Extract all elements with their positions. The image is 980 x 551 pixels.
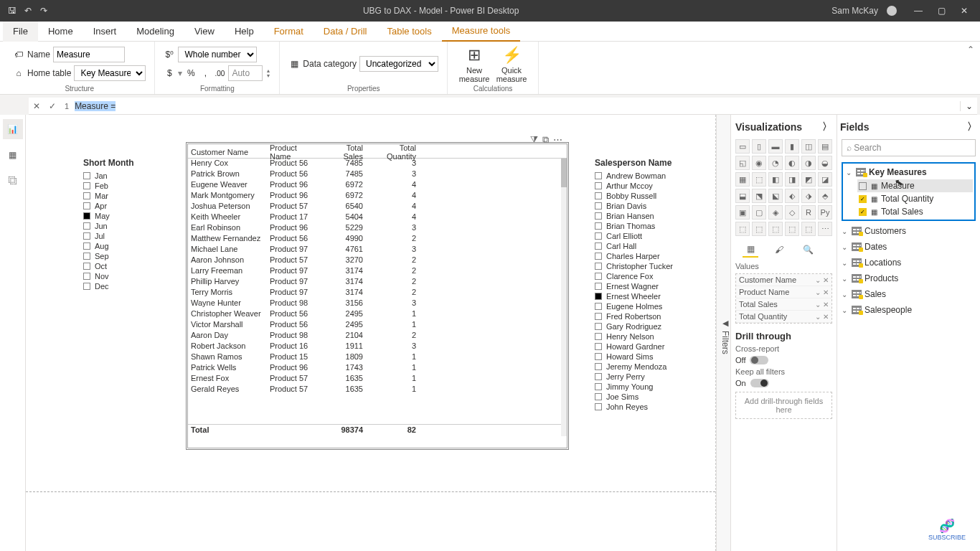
table-row[interactable]: Aaron JohnsonProduct 5732702 [188, 255, 567, 266]
chevron-down-icon[interactable]: ⌄ [815, 301, 821, 309]
salesperson-option[interactable]: Eugene Holmes [595, 301, 706, 311]
analytics-tab-icon[interactable]: 🔍 [800, 242, 816, 258]
format-select[interactable]: Whole number [178, 47, 257, 62]
viz-type-icon[interactable]: ⬓ [735, 189, 750, 203]
tab-help[interactable]: Help [225, 22, 264, 42]
viz-type-icon[interactable]: ▮ [785, 139, 799, 154]
field-table[interactable]: ⌄Dates [840, 240, 977, 254]
visual-focus-icon[interactable]: ⧉ [542, 134, 549, 146]
table-row[interactable]: Wayne HunterProduct 9831563 [188, 298, 567, 309]
viz-type-icon[interactable]: ◪ [818, 172, 832, 187]
new-measure-button[interactable]: ⊞ New measure [456, 44, 492, 83]
viz-type-icon[interactable]: ▬ [768, 139, 783, 154]
viz-type-icon[interactable]: ◨ [785, 172, 799, 187]
salesperson-option[interactable]: Jerry Perry [595, 372, 706, 382]
chevron-down-icon[interactable]: ⌄ [815, 313, 821, 321]
salesperson-option[interactable]: Bobby Russell [595, 191, 706, 201]
format-tab-icon[interactable]: 🖌 [771, 242, 787, 258]
field-item[interactable]: ✓▦Total Sales [857, 205, 973, 218]
table-row[interactable]: Keith WheelerProduct 1754044 [188, 212, 567, 223]
viz-type-icon[interactable]: ▤ [818, 139, 832, 154]
month-option[interactable]: Jul [83, 231, 169, 241]
chevron-down-icon[interactable]: ⌄ [815, 288, 821, 296]
table-row[interactable]: Larry FreemanProduct 9731742 [188, 266, 567, 277]
viz-type-icon[interactable]: ◒ [818, 156, 832, 170]
values-well[interactable]: Customer Name⌄✕Product Name⌄✕Total Sales… [735, 273, 832, 324]
month-option[interactable]: Oct [83, 261, 169, 271]
report-view-icon[interactable]: 📊 [3, 119, 23, 139]
table-row[interactable]: Christopher WeaverProduct 5624951 [188, 309, 567, 320]
table-row[interactable]: Patrick WellsProduct 9617431 [188, 363, 567, 374]
salesperson-option[interactable]: Jeremy Mendoza [595, 362, 706, 372]
salesperson-option[interactable]: Joe Sims [595, 392, 706, 402]
salesperson-option[interactable]: Howard Gardner [595, 342, 706, 352]
viz-type-icon[interactable]: ⬗ [801, 189, 816, 203]
data-view-icon[interactable]: ▦ [3, 145, 23, 165]
fields-search[interactable]: ⌕ Search [842, 139, 976, 156]
table-row[interactable]: Ernest FoxProduct 5716351 [188, 374, 567, 385]
field-table[interactable]: ⌄Sales [840, 287, 977, 301]
table-row[interactable]: Phillip HarveyProduct 9731742 [188, 277, 567, 288]
fields-collapse-icon[interactable]: 〉 [967, 121, 977, 133]
salesperson-option[interactable]: Brian Davis [595, 201, 706, 211]
table-visual[interactable]: ⧩ ⧉ ⋯ Customer Name Product Name Total S… [187, 143, 567, 448]
field-table[interactable]: ⌄Customers [840, 224, 977, 238]
viz-type-icon[interactable]: ◧ [768, 172, 783, 187]
keepfilters-toggle[interactable] [750, 379, 769, 387]
field-table[interactable]: ⌄Products [840, 271, 977, 286]
month-option[interactable]: May [83, 211, 169, 221]
drillthrough-dropzone[interactable]: Add drill-through fields here [735, 392, 832, 419]
field-table[interactable]: ⌄Salespeople [840, 303, 977, 317]
viz-type-icon[interactable]: ◉ [752, 156, 766, 170]
viz-type-icon[interactable]: Py [818, 205, 832, 220]
decimals-input[interactable] [228, 65, 263, 81]
remove-icon[interactable]: ✕ [823, 301, 829, 309]
formula-input[interactable]: Measure = [73, 100, 960, 113]
minimize-button[interactable]: ― [908, 4, 928, 18]
salesperson-option[interactable]: Arthur Mccoy [595, 181, 706, 191]
table-row[interactable]: Joshua PetersonProduct 5765404 [188, 202, 567, 212]
viz-type-icon[interactable]: ⬚ [801, 222, 816, 236]
formula-expand-icon[interactable]: ⌄ [960, 101, 977, 111]
viz-type-icon[interactable]: ⬘ [818, 189, 832, 203]
datacategory-select[interactable]: Uncategorized [359, 56, 438, 72]
salesperson-option[interactable]: Andrew Bowman [595, 171, 706, 181]
viz-type-icon[interactable]: ◫ [801, 139, 816, 154]
percent-icon[interactable]: % [185, 67, 197, 79]
remove-icon[interactable]: ✕ [823, 313, 829, 321]
salesperson-option[interactable]: John Reyes [595, 402, 706, 412]
avatar[interactable] [887, 6, 897, 16]
tab-tabletools[interactable]: Table tools [377, 22, 441, 42]
month-option[interactable]: Apr [83, 201, 169, 211]
table-scrollbar[interactable] [561, 159, 567, 436]
salesperson-option[interactable]: Jimmy Young [595, 382, 706, 392]
close-button[interactable]: ✕ [954, 4, 974, 18]
tab-view[interactable]: View [184, 22, 225, 42]
well-item[interactable]: Total Quantity⌄✕ [736, 311, 831, 323]
undo-icon[interactable]: ↶ [22, 4, 34, 17]
slicer-salesperson[interactable]: Salesperson Name Andrew BowmanArthur Mcc… [595, 158, 706, 412]
formula-cancel-icon[interactable]: ✕ [29, 101, 44, 111]
field-item[interactable]: ✓▦Total Quantity [857, 192, 973, 205]
month-option[interactable]: Sep [83, 251, 169, 261]
fields-tab-icon[interactable]: ▦ [743, 242, 758, 258]
quick-measure-button[interactable]: ⚡ Quick measure [494, 44, 529, 83]
viz-type-icon[interactable]: ⬚ [768, 222, 783, 236]
filters-pane-collapsed[interactable]: ◀ Filters [716, 115, 730, 551]
visual-more-icon[interactable]: ⋯ [553, 134, 562, 146]
month-option[interactable]: Nov [83, 271, 169, 281]
viz-type-icon[interactable]: ◇ [785, 205, 799, 220]
remove-icon[interactable]: ✕ [823, 276, 829, 284]
viz-type-icon[interactable]: ▭ [735, 139, 750, 154]
salesperson-option[interactable]: Carl Elliott [595, 231, 706, 241]
salesperson-option[interactable]: Brian Hansen [595, 211, 706, 221]
ribbon-collapse-icon[interactable]: ⌃ [967, 44, 974, 55]
viz-collapse-icon[interactable]: 〉 [822, 121, 832, 133]
field-table[interactable]: ⌄Locations [840, 255, 977, 270]
formula-commit-icon[interactable]: ✓ [44, 101, 60, 111]
viz-type-icon[interactable]: ⬚ [785, 222, 799, 236]
col-customer[interactable]: Customer Name [188, 146, 267, 158]
field-checkbox[interactable]: ✓ [859, 195, 867, 203]
comma-icon[interactable]: , [199, 67, 211, 79]
currency-icon[interactable]: $ [164, 67, 175, 79]
